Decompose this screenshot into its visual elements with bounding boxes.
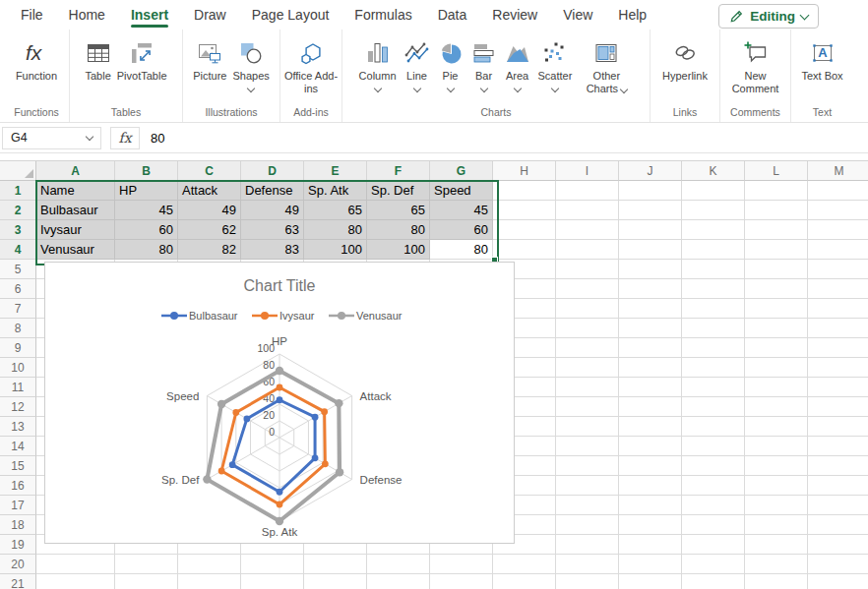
column-header-I[interactable]: I	[556, 161, 619, 181]
cell-M17[interactable]	[808, 496, 868, 515]
column-header-E[interactable]: E	[304, 161, 367, 181]
tab-page-layout[interactable]: Page Layout	[239, 0, 342, 29]
cell-A21[interactable]	[36, 574, 115, 589]
cell-L12[interactable]	[745, 397, 808, 417]
cell-K9[interactable]	[682, 338, 745, 358]
cell-F4[interactable]: 100	[367, 240, 430, 260]
cell-I8[interactable]	[556, 319, 619, 338]
row-header-9[interactable]: 9	[0, 338, 36, 358]
row-header-3[interactable]: 3	[0, 220, 36, 240]
row-header-12[interactable]: 12	[0, 397, 36, 417]
cell-J9[interactable]	[619, 338, 682, 358]
column-header-L[interactable]: L	[745, 161, 808, 181]
legend-label-bulbasaur[interactable]: Bulbasaur	[189, 310, 238, 322]
text-box-button[interactable]: A Text Box	[798, 36, 845, 84]
column-header-K[interactable]: K	[682, 161, 745, 181]
cell-K20[interactable]	[682, 555, 745, 574]
cell-I6[interactable]	[556, 279, 619, 299]
cell-J19[interactable]	[619, 535, 682, 555]
cell-J7[interactable]	[619, 299, 682, 319]
cell-H2[interactable]	[493, 201, 556, 220]
cell-K17[interactable]	[682, 496, 745, 515]
cell-I21[interactable]	[556, 574, 619, 589]
cell-M13[interactable]	[808, 417, 868, 437]
row-header-7[interactable]: 7	[0, 299, 36, 319]
cell-M20[interactable]	[808, 555, 868, 574]
tab-file[interactable]: File	[8, 0, 56, 29]
cell-A3[interactable]: Ivysaur	[36, 220, 115, 240]
cell-M7[interactable]	[808, 299, 868, 319]
cell-G2[interactable]: 45	[430, 201, 493, 220]
tab-data[interactable]: Data	[425, 0, 480, 29]
cell-I11[interactable]	[556, 378, 619, 397]
cell-L13[interactable]	[745, 417, 808, 437]
cell-M14[interactable]	[808, 437, 868, 456]
row-header-10[interactable]: 10	[0, 358, 36, 378]
office-addins-button[interactable]: Office Add-ins	[280, 36, 341, 96]
cell-J12[interactable]	[619, 397, 682, 417]
insert-function-button[interactable]: fx	[110, 127, 140, 149]
cell-J10[interactable]	[619, 358, 682, 378]
column-header-M[interactable]: M	[808, 161, 868, 181]
cell-C4[interactable]: 82	[178, 240, 241, 260]
cell-I1[interactable]	[556, 181, 619, 201]
cell-F2[interactable]: 65	[367, 201, 430, 220]
cell-B1[interactable]: HP	[115, 181, 178, 201]
cell-J20[interactable]	[619, 555, 682, 574]
cell-F1[interactable]: Sp. Def	[367, 181, 430, 201]
cell-M8[interactable]	[808, 319, 868, 338]
cell-L10[interactable]	[745, 358, 808, 378]
cell-K6[interactable]	[682, 279, 745, 299]
cell-M10[interactable]	[808, 358, 868, 378]
cell-K12[interactable]	[682, 397, 745, 417]
cell-C21[interactable]	[178, 574, 241, 589]
cell-L5[interactable]	[745, 260, 808, 279]
cell-H3[interactable]	[493, 220, 556, 240]
cell-K1[interactable]	[682, 181, 745, 201]
cell-M6[interactable]	[808, 279, 868, 299]
cell-E3[interactable]: 80	[304, 220, 367, 240]
cell-K7[interactable]	[682, 299, 745, 319]
cell-G4[interactable]: 80	[430, 240, 493, 260]
column-header-F[interactable]: F	[367, 161, 430, 181]
cell-L3[interactable]	[745, 220, 808, 240]
cell-J1[interactable]	[619, 181, 682, 201]
cell-H21[interactable]	[493, 574, 556, 589]
cell-H4[interactable]	[493, 240, 556, 260]
cell-G21[interactable]	[430, 574, 493, 589]
column-header-H[interactable]: H	[493, 161, 556, 181]
cell-K3[interactable]	[682, 220, 745, 240]
chart-title[interactable]: Chart Title	[244, 277, 316, 294]
cell-J2[interactable]	[619, 201, 682, 220]
cell-H20[interactable]	[493, 555, 556, 574]
cell-D20[interactable]	[241, 555, 304, 574]
cell-B20[interactable]	[115, 555, 178, 574]
cell-A2[interactable]: Bulbasaur	[36, 201, 115, 220]
scatter-chart-button[interactable]: Scatter	[535, 36, 576, 92]
cell-E21[interactable]	[304, 574, 367, 589]
cell-M1[interactable]	[808, 181, 868, 201]
cell-J3[interactable]	[619, 220, 682, 240]
row-header-20[interactable]: 20	[0, 555, 36, 574]
pie-chart-button[interactable]: Pie	[435, 36, 466, 92]
cell-M5[interactable]	[808, 260, 868, 279]
cell-M3[interactable]	[808, 220, 868, 240]
select-all-corner[interactable]	[0, 161, 36, 181]
cell-E2[interactable]: 65	[304, 201, 367, 220]
row-header-15[interactable]: 15	[0, 456, 36, 476]
cell-F21[interactable]	[367, 574, 430, 589]
cell-B4[interactable]: 80	[115, 240, 178, 260]
cell-M4[interactable]	[808, 240, 868, 260]
cell-J18[interactable]	[619, 515, 682, 535]
cell-J13[interactable]	[619, 417, 682, 437]
tab-draw[interactable]: Draw	[181, 0, 239, 29]
column-header-G[interactable]: G	[430, 161, 493, 181]
tab-review[interactable]: Review	[479, 0, 550, 29]
cell-M19[interactable]	[808, 535, 868, 555]
cell-I12[interactable]	[556, 397, 619, 417]
cell-K14[interactable]	[682, 437, 745, 456]
cell-L4[interactable]	[745, 240, 808, 260]
cell-D3[interactable]: 63	[241, 220, 304, 240]
cell-L11[interactable]	[745, 378, 808, 397]
row-header-6[interactable]: 6	[0, 279, 36, 299]
